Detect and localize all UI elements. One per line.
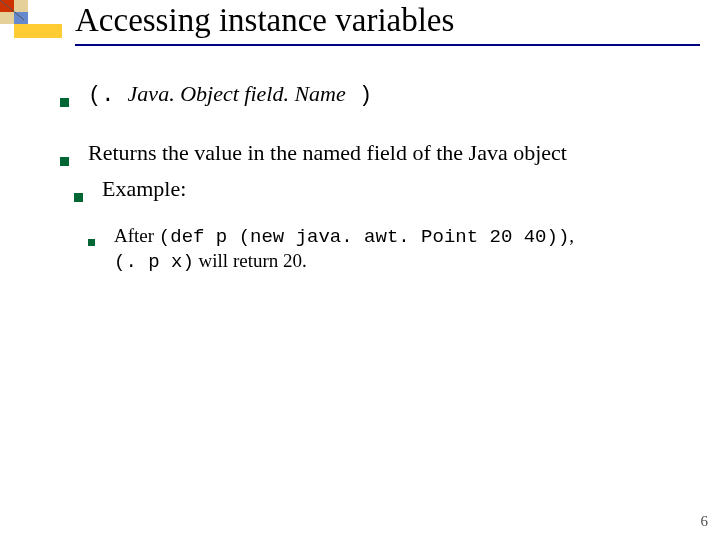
bullet-text: Returns the value in the named field of … (88, 139, 680, 167)
slide-body: (. Java. Object field. Name ) Returns th… (60, 80, 680, 277)
slide-title-block: Accessing instance variables (75, 2, 700, 46)
code-args: Java. Object field. Name (128, 81, 346, 106)
code-access: (. p x) (114, 251, 194, 273)
svg-rect-6 (14, 24, 62, 38)
svg-rect-3 (0, 12, 14, 24)
bullet-item: Example: (60, 175, 680, 210)
corner-logo (0, 0, 62, 38)
square-bullet-icon (74, 193, 83, 202)
bullet-item: (. Java. Object field. Name ) (60, 80, 680, 115)
bullet-item: After (def p (new java. awt. Point 20 40… (88, 224, 680, 276)
code-close: ) (346, 83, 372, 108)
nested-lead: After (114, 225, 159, 246)
svg-rect-1 (14, 0, 28, 12)
bullet-text: Example: (102, 175, 680, 203)
svg-rect-2 (28, 0, 38, 12)
page-number: 6 (701, 513, 709, 530)
nested-list: After (def p (new java. awt. Point 20 40… (88, 224, 680, 276)
bullet-item: Returns the value in the named field of … (60, 139, 680, 174)
nested-tail: will return 20. (194, 250, 307, 271)
slide-title: Accessing instance variables (75, 2, 700, 38)
nested-comma: , (569, 225, 574, 246)
square-bullet-icon (60, 98, 69, 107)
title-underline (75, 44, 700, 46)
code-open: (. (88, 83, 128, 108)
square-bullet-icon (60, 157, 69, 166)
square-bullet-icon (88, 239, 95, 246)
code-def: (def p (new java. awt. Point 20 40)) (159, 226, 569, 248)
svg-rect-5 (0, 24, 14, 38)
